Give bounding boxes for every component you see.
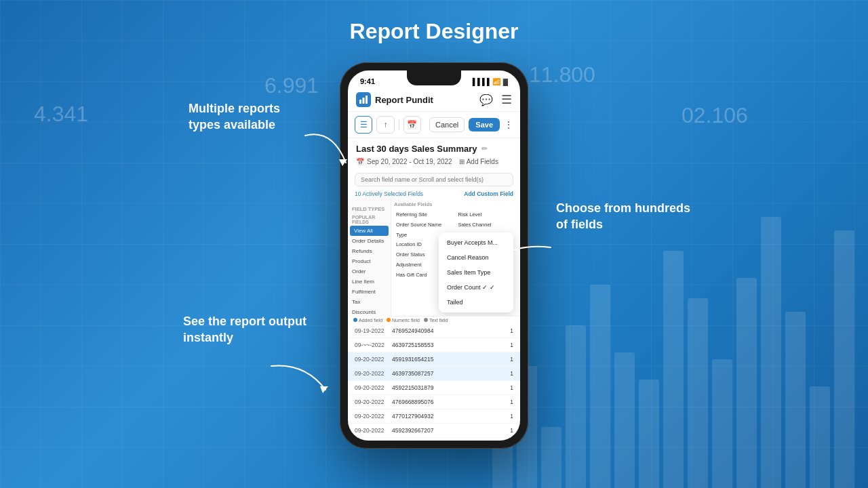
app-header: Report Pundit 💬 ☰ — [348, 88, 520, 112]
chat-icon[interactable]: 💬 — [479, 94, 493, 106]
order-cell: 4592392667207 — [392, 427, 502, 434]
menu-icon[interactable]: ☰ — [501, 92, 512, 107]
count-cell: 1 — [502, 370, 513, 377]
status-icons: ▐▐▐▐ 📶 ▓ — [470, 78, 508, 85]
phone-screen: 9:41 ▐▐▐▐ 📶 ▓ Rep — [348, 70, 520, 441]
bg-bar — [590, 285, 610, 488]
legend-bar: Added fieldNumeric fieldText field — [348, 316, 520, 324]
field-selector: Field Types Popular Fields View All Orde… — [348, 199, 520, 316]
save-button[interactable]: Save — [469, 118, 500, 131]
field-type-discounts[interactable]: Discounts — [348, 307, 391, 316]
bg-number: 02.106 — [682, 103, 748, 128]
date-range-text: Sep 20, 2022 - Oct 19, 2022 — [367, 158, 452, 165]
field-type-refunds[interactable]: Refunds — [348, 246, 391, 256]
order-cell: 4592215031879 — [392, 384, 502, 391]
date-cell: 09-20-2022 — [355, 384, 392, 391]
signal-icon: ▐▐▐▐ — [470, 78, 489, 85]
table-row: 09-20-2022 4770127904932 1 — [348, 409, 520, 424]
cancel-button[interactable]: Cancel — [429, 117, 465, 132]
date-cell: 09-20-2022 — [355, 413, 392, 420]
table-row: 09-20-2022 4639735087257 1 — [348, 367, 520, 381]
field-type-tax[interactable]: Tax — [348, 297, 391, 307]
add-custom-field-button[interactable]: Add Custom Field — [464, 190, 513, 197]
count-cell: 1 — [502, 399, 513, 405]
bg-bar — [712, 359, 732, 488]
available-fields-label: Available Fields — [394, 201, 432, 207]
date-cell: 09-20-2022 — [355, 427, 392, 434]
svg-marker-1 — [320, 386, 328, 393]
app-header-icons: 💬 ☰ — [479, 92, 512, 107]
bg-bar — [614, 352, 635, 488]
arrow-bottom-left — [264, 359, 332, 400]
search-input[interactable] — [355, 173, 513, 186]
date-cell: 09-20-2022 — [355, 370, 392, 377]
page-title: Report Designer — [350, 19, 519, 44]
phone-notch — [407, 70, 461, 85]
order-cell: 4769668895076 — [392, 399, 502, 405]
report-title-bar: Last 30 days Sales Summary ✏ — [348, 138, 520, 157]
add-fields-label: Add Fields — [467, 158, 498, 165]
field-type-order[interactable]: Order — [348, 266, 391, 277]
fields-col-header: Available Fields — [394, 201, 517, 207]
field-types-header: Field Types — [348, 205, 389, 214]
annotation-bottom-left: See the report output instantly — [183, 313, 319, 346]
field-type-product[interactable]: Product — [348, 256, 391, 266]
bg-number: 11.800 — [529, 62, 595, 87]
app-logo-icon — [356, 92, 371, 107]
context-menu-item[interactable]: Sales Item Type — [439, 265, 513, 280]
bg-bar — [834, 230, 854, 488]
date-range: 📅 Sep 20, 2022 - Oct 19, 2022 — [356, 158, 452, 165]
field-item[interactable]: Referring Site — [394, 210, 456, 220]
list-view-button[interactable]: ☰ — [355, 116, 372, 134]
field-item[interactable]: Risk Level — [456, 210, 518, 220]
order-cell: 4770127904932 — [392, 413, 502, 420]
app-name: Report Pundit — [375, 95, 433, 105]
bg-bar — [736, 278, 757, 488]
count-cell: 1 — [502, 384, 513, 391]
toolbar: ☰ ↑ 📅 Cancel Save ⋮ — [348, 112, 520, 138]
bg-bar — [639, 380, 659, 488]
toolbar-divider — [399, 119, 399, 130]
calendar-small-icon: 📅 — [356, 158, 364, 165]
field-item[interactable]: Sales Channel — [456, 220, 518, 230]
bg-bar — [663, 251, 684, 488]
table-row: 09-20-2022 4769668895076 1 — [348, 395, 520, 409]
field-type-view-all[interactable]: View All — [350, 226, 389, 236]
field-type-fulfilment[interactable]: Fulfilment — [348, 287, 391, 297]
count-cell: 1 — [502, 356, 513, 363]
battery-icon: ▓ — [503, 78, 508, 85]
context-menu-item[interactable]: Order Count ✓ — [439, 280, 513, 295]
more-button[interactable]: ⋮ — [504, 119, 513, 130]
bg-bar — [761, 217, 781, 488]
table-row: 09-~~-2022 4639725158553 1 — [348, 338, 520, 352]
legend-item: Numeric field — [387, 318, 420, 323]
table-row: 09-19-2022 4769524940984 1 — [348, 324, 520, 338]
date-bar: 📅 Sep 20, 2022 - Oct 19, 2022 ⊞ Add Fiel… — [348, 157, 520, 169]
context-menu-item[interactable]: Tailed — [439, 295, 513, 310]
field-type-order-details[interactable]: Order Details — [348, 236, 391, 246]
report-title: Last 30 days Sales Summary — [356, 144, 477, 154]
bg-number: 4.341 — [34, 102, 88, 127]
svg-rect-5 — [366, 96, 368, 104]
field-type-line-item[interactable]: Line Item — [348, 277, 391, 287]
app-logo: Report Pundit — [356, 92, 433, 107]
bg-bar — [810, 386, 830, 488]
date-cell: 09-19-2022 — [355, 327, 392, 334]
edit-icon[interactable]: ✏ — [481, 144, 488, 153]
table-row: 09-20-2022 4592215031879 1 — [348, 381, 520, 395]
add-fields-button[interactable]: ⊞ Add Fields — [459, 158, 498, 165]
order-cell: 4591931654215 — [392, 356, 502, 363]
order-cell: 4639725158553 — [392, 342, 502, 348]
bg-bar — [785, 312, 806, 488]
status-time: 9:41 — [360, 77, 375, 85]
calendar-button[interactable]: 📅 — [403, 116, 421, 134]
date-cell: 09-~~-2022 — [355, 342, 392, 348]
share-button[interactable]: ↑ — [376, 116, 394, 134]
order-cell: 4769524940984 — [392, 327, 502, 334]
svg-rect-3 — [359, 100, 361, 104]
field-item[interactable]: Order Source Name — [394, 220, 456, 230]
count-cell: 1 — [502, 427, 513, 434]
legend-item: Text field — [424, 318, 448, 323]
count-cell: 1 — [502, 327, 513, 334]
order-cell: 4639735087257 — [392, 370, 502, 377]
